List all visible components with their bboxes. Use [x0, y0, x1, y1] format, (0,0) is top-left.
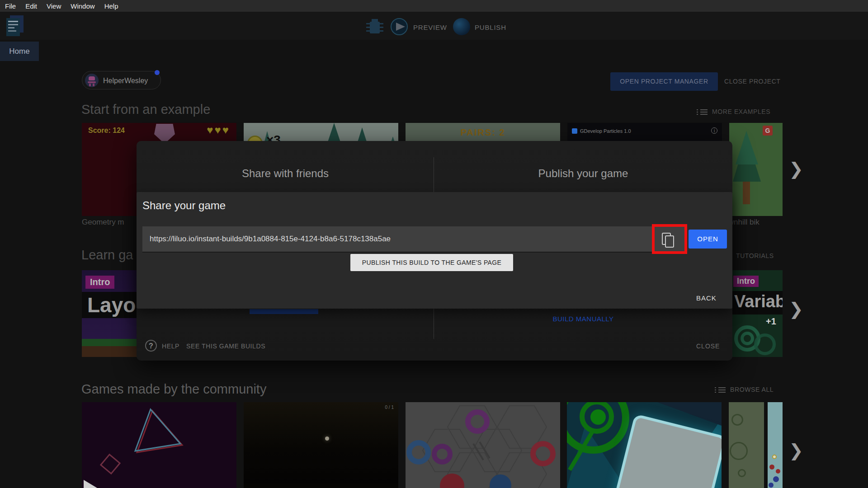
help-icon[interactable]: ? — [145, 340, 157, 352]
publish-build-button[interactable]: PUBLISH THIS BUILD TO THE GAME'S PAGE — [350, 254, 513, 271]
score-label: Score: 124 — [88, 127, 125, 135]
learn-thumb-variables[interactable]: Intro Variab +1 — [731, 270, 783, 357]
community-thumb-1[interactable] — [82, 402, 236, 488]
tab-home[interactable]: Home — [0, 42, 39, 61]
menu-window[interactable]: Window — [71, 2, 94, 10]
publish-globe-icon[interactable] — [453, 18, 470, 35]
username-label: HelperWesley — [103, 71, 148, 90]
community-thumb-4[interactable] — [567, 402, 722, 488]
preview-play-icon[interactable] — [391, 18, 408, 35]
community-thumb-3[interactable] — [406, 402, 560, 488]
close-project-button[interactable]: CLOSE PROJECT — [724, 72, 781, 91]
preview-button[interactable]: PREVIEW — [413, 23, 447, 31]
section-title-examples: Start from an example — [81, 102, 210, 117]
menu-file[interactable]: File — [5, 2, 16, 10]
glitch-shapes-art — [82, 402, 236, 488]
notification-dot — [155, 70, 160, 75]
game-link-field[interactable] — [142, 226, 686, 253]
debug-icon[interactable] — [366, 19, 383, 35]
tab-share-with-friends[interactable]: Share with friends — [137, 167, 434, 180]
community-next-chevron-icon[interactable]: ❯ — [789, 441, 803, 460]
menu-bar: File Edit View Window Help — [0, 0, 868, 12]
avatar — [85, 74, 99, 87]
tutorials-button[interactable]: TUTORIALS — [736, 252, 774, 259]
browse-all-label: BROWSE ALL — [730, 386, 774, 393]
pairs-label: PAIRS: 2 — [406, 127, 560, 138]
list-icon — [715, 386, 726, 393]
tree-art — [729, 123, 783, 216]
plus-one-label: +1 — [766, 316, 776, 327]
browse-all-button[interactable]: BROWSE ALL — [715, 386, 774, 393]
back-button[interactable]: BACK — [696, 294, 717, 302]
examples-next-chevron-icon[interactable]: ❯ — [789, 159, 803, 179]
user-chip[interactable]: HelperWesley — [82, 71, 161, 89]
community-thumb-2[interactable]: 0 / 1 — [244, 402, 398, 488]
info-icon[interactable]: i — [711, 127, 717, 134]
section-title-learn: Learn ga — [81, 248, 133, 263]
more-examples-button[interactable]: MORE EXAMPLES — [697, 108, 770, 115]
moon-dot — [325, 436, 329, 441]
menu-edit[interactable]: Edit — [25, 2, 37, 10]
open-project-manager-button[interactable]: OPEN PROJECT MANAGER — [610, 72, 718, 91]
counter-label: 0 / 1 — [385, 405, 394, 410]
list-icon — [697, 108, 708, 115]
close-button[interactable]: CLOSE — [696, 343, 720, 350]
open-button[interactable]: OPEN — [689, 230, 727, 249]
help-button[interactable]: HELP — [162, 343, 179, 350]
generate-link-button-sliver[interactable] — [250, 309, 318, 314]
intro-badge: Intro — [733, 276, 759, 287]
menu-view[interactable]: View — [47, 2, 61, 10]
annotation-highlight-box — [652, 224, 687, 254]
share-dialog: Share with friends Publish your game BUI… — [137, 141, 732, 361]
particles-title: GDevelop Particles 1.0 — [580, 128, 631, 134]
tab-publish-your-game[interactable]: Publish your game — [434, 167, 732, 180]
community-thumb-5[interactable] — [729, 402, 783, 488]
g-badge: G — [763, 126, 773, 136]
section-title-community: Games made by the community — [81, 382, 266, 397]
game-link-input[interactable] — [142, 226, 686, 252]
menu-help[interactable]: Help — [104, 2, 118, 10]
ground-silhouette — [244, 483, 398, 488]
intro-badge: Intro — [85, 276, 114, 289]
example-thumb-downhill[interactable]: G — [729, 123, 783, 216]
see-game-builds-button[interactable]: SEE THIS GAME BUILDS — [186, 343, 265, 350]
build-manually-button[interactable]: BUILD MANUALLY — [434, 315, 732, 323]
more-examples-label: MORE EXAMPLES — [712, 108, 770, 115]
variables-big-text: Variab — [734, 292, 783, 311]
caption-geometry-monster: Geometry m — [82, 218, 124, 227]
project-manager-icon[interactable] — [6, 15, 25, 38]
learn-next-chevron-icon[interactable]: ❯ — [789, 299, 803, 319]
share-your-game-panel: Share your game OPEN PUBLISH THIS BUILD … — [137, 192, 732, 309]
panel-title: Share your game — [142, 199, 226, 212]
publish-button[interactable]: PUBLISH — [475, 23, 506, 31]
hearts: ♥♥♥ — [207, 124, 230, 136]
gdevelop-logo — [572, 128, 577, 134]
toolbar: PREVIEW PUBLISH — [0, 12, 868, 40]
